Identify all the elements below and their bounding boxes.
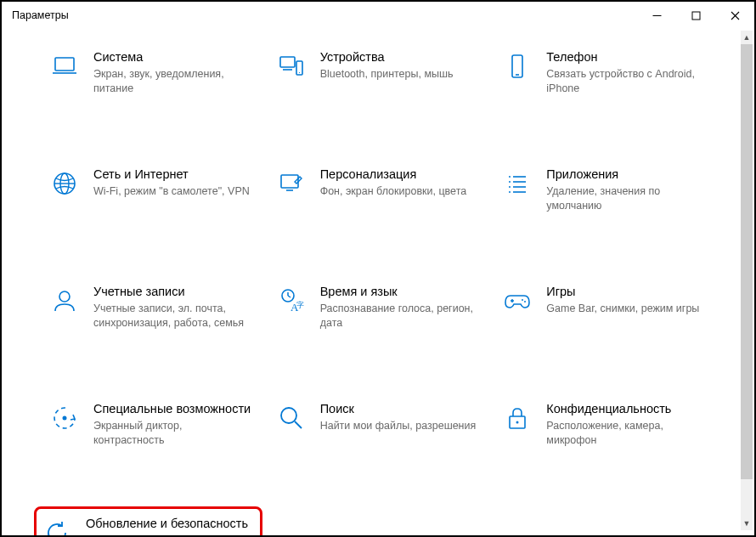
tile-desc: Удаление, значения по умолчанию [546, 184, 705, 213]
tile-desc: Обновления Windows [86, 534, 250, 537]
tile-network[interactable]: Сеть и Интернет Wi-Fi, режим "в самолете… [44, 161, 262, 263]
tile-desc: Bluetooth, принтеры, мышь [320, 67, 479, 82]
svg-rect-10 [512, 55, 522, 77]
tile-system[interactable]: Система Экран, звук, уведомления, питани… [44, 44, 262, 146]
tile-title: Устройства [320, 49, 479, 65]
personalization-icon [276, 168, 307, 199]
svg-line-28 [288, 296, 291, 297]
tile-desc: Wi-Fi, режим "в самолете", VPN [93, 184, 252, 199]
svg-rect-1 [692, 12, 700, 20]
tile-devices[interactable]: Устройства Bluetooth, принтеры, мышь [271, 44, 489, 146]
laptop-icon [49, 51, 80, 82]
scrollbar-track[interactable] [741, 44, 753, 517]
window-controls [637, 2, 754, 29]
tile-title: Учетные записи [93, 284, 252, 300]
tile-ease-of-access[interactable]: Специальные возможности Экранный диктор,… [44, 396, 262, 498]
tile-gaming[interactable]: Игры Game Bar, снимки, режим игры [497, 279, 715, 381]
close-button[interactable] [715, 2, 754, 29]
tile-privacy[interactable]: Конфиденциальность Расположение, камера,… [497, 396, 715, 498]
tile-phone[interactable]: Телефон Связать устройство с Android, iP… [497, 44, 715, 146]
accessibility-icon [49, 403, 80, 433]
tile-title: Конфиденциальность [546, 401, 705, 417]
tile-title: Система [93, 49, 252, 65]
svg-point-32 [524, 301, 526, 302]
svg-point-25 [59, 291, 70, 302]
titlebar: Параметры [2, 2, 754, 29]
tile-time-language[interactable]: A字 Время и язык Распознавание голоса, ре… [271, 279, 489, 381]
time-language-icon: A字 [276, 285, 307, 316]
tile-desc: Game Bar, снимки, режим игры [546, 302, 705, 316]
tile-desc: Экран, звук, уведомления, питание [93, 67, 252, 96]
scroll-up-icon[interactable]: ▲ [741, 31, 753, 44]
devices-icon [276, 51, 307, 82]
svg-point-31 [522, 299, 523, 301]
scrollbar-thumb[interactable] [741, 44, 753, 479]
tile-apps[interactable]: Приложения Удаление, значения по умолчан… [497, 161, 715, 263]
tile-title: Поиск [320, 401, 479, 417]
scrollbar[interactable]: ▲ ▼ [741, 31, 753, 530]
tile-desc: Учетные записи, эл. почта, синхронизация… [93, 302, 252, 331]
phone-icon [502, 51, 533, 82]
lock-icon [502, 403, 533, 433]
tile-title: Сеть и Интернет [93, 167, 252, 183]
svg-point-39 [516, 421, 519, 424]
svg-rect-4 [55, 58, 74, 71]
tile-title: Игры [546, 284, 705, 300]
minimize-button[interactable] [637, 2, 676, 29]
maximize-button[interactable] [676, 2, 715, 29]
tile-desc: Связать устройство с Android, iPhone [546, 67, 705, 96]
window-title: Параметры [12, 9, 69, 21]
tile-desc: Найти мои файлы, разрешения [320, 419, 479, 433]
tile-desc: Распознавание голоса, регион, дата [320, 302, 479, 331]
tile-desc: Фон, экран блокировки, цвета [320, 184, 479, 199]
tile-desc: Экранный диктор, контрастность [93, 419, 252, 448]
tile-title: Специальные возможности [93, 401, 252, 417]
svg-point-9 [299, 72, 300, 73]
tile-accounts[interactable]: Учетные записи Учетные записи, эл. почта… [44, 279, 262, 381]
tile-title: Телефон [546, 49, 705, 65]
tile-desc: Расположение, камера, микрофон [546, 419, 705, 448]
tile-title: Приложения [546, 167, 705, 183]
tile-title: Персонализация [320, 167, 479, 183]
svg-line-37 [295, 421, 302, 428]
search-icon [276, 403, 307, 433]
gamepad-icon [502, 285, 533, 316]
tile-title: Время и язык [320, 284, 479, 300]
svg-point-35 [63, 416, 67, 421]
tile-personalization[interactable]: Персонализация Фон, экран блокировки, цв… [271, 161, 489, 263]
svg-text:字: 字 [296, 301, 304, 309]
svg-rect-6 [280, 57, 295, 67]
scroll-down-icon[interactable]: ▼ [741, 517, 753, 530]
tile-title: Обновление и безопасность [86, 516, 250, 532]
update-icon [42, 517, 72, 537]
tile-search[interactable]: Поиск Найти мои файлы, разрешения [271, 396, 489, 498]
svg-point-36 [281, 408, 296, 423]
person-icon [49, 285, 80, 316]
globe-icon [49, 168, 80, 199]
settings-grid: Система Экран, звук, уведомления, питани… [2, 29, 741, 535]
apps-icon [502, 168, 533, 199]
tile-update-security[interactable]: Обновление и безопасность Обновления Win… [34, 506, 262, 537]
